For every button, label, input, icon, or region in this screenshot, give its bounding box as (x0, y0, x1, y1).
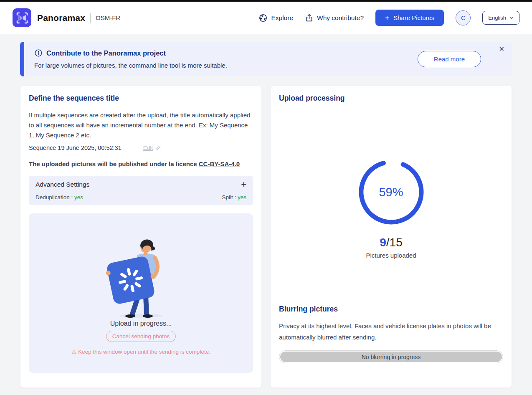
edit-label: Edit (143, 145, 153, 151)
share-pictures-button[interactable]: + Share Pictures (375, 10, 444, 26)
info-icon (34, 49, 43, 57)
viewfinder-city-icon (16, 12, 28, 24)
upload-status-text: Upload in progress... (110, 320, 172, 327)
upload-progress-zone: Upload in progress... Cancel sending pho… (29, 213, 253, 373)
upload-progress-ring: 59% (356, 157, 426, 227)
brand-divider (90, 13, 91, 23)
warning-text: Keep this window open until the sending … (78, 349, 210, 355)
close-icon[interactable]: ✕ (499, 46, 504, 53)
nav-explore-label: Explore (271, 14, 293, 22)
main-content: Define the sequences title If multiple s… (20, 85, 512, 388)
user-avatar[interactable]: C (456, 10, 471, 25)
warning-triangle-icon: ⚠ (71, 349, 76, 355)
split-label: Split : (222, 194, 238, 200)
licence-statement: The uploaded pictures will be published … (29, 160, 253, 167)
deduplication-setting: Deduplication : yes (35, 194, 83, 200)
upload-illustration (95, 233, 187, 319)
language-selector[interactable]: English (482, 11, 519, 25)
blurring-description: Privacy at its highest level. Faces and … (279, 320, 503, 343)
advanced-settings-title: Advanced Settings (35, 181, 89, 188)
deduplication-label: Deduplication : (35, 194, 74, 200)
deduplication-value: yes (74, 194, 83, 200)
sequence-description: If multiple sequences are created after … (29, 110, 253, 140)
upload-share-icon (305, 13, 314, 22)
pictures-count-total: /15 (386, 236, 403, 249)
edit-pencil-icon (155, 145, 161, 151)
licence-text: The uploaded pictures will be published … (29, 160, 199, 167)
share-pictures-label: Share Pictures (393, 14, 434, 21)
contribute-banner: Contribute to the Panoramax project For … (20, 42, 512, 76)
sequence-card-title: Define the sequences title (29, 94, 253, 103)
app-header: Panoramax OSM-FR Explore Why contribute?… (0, 2, 532, 34)
keep-window-open-warning: ⚠Keep this window open until the sending… (71, 347, 210, 356)
globe-icon (258, 13, 268, 23)
pictures-count: 9/15 (279, 236, 503, 249)
chevron-down-icon (509, 15, 514, 20)
upload-processing-card: Upload processing 59% 9/15 Pictures uplo… (270, 85, 512, 388)
nav-explore[interactable]: Explore (258, 13, 293, 23)
avatar-initial: C (461, 14, 466, 21)
edit-sequence-title-link[interactable]: Edit (143, 145, 161, 151)
pictures-uploaded-caption: Pictures uploaded (279, 252, 503, 259)
panoramax-logo-icon[interactable] (13, 8, 31, 27)
cancel-sending-button[interactable]: Cancel sending photos (106, 331, 176, 342)
brand-name: Panoramax (37, 13, 85, 23)
banner-accent-bar (20, 42, 24, 76)
sequence-title-card: Define the sequences title If multiple s… (20, 85, 262, 388)
instance-name: OSM-FR (96, 14, 120, 21)
nav-why-contribute-label: Why contribute? (317, 14, 364, 22)
read-more-button[interactable]: Read more (418, 51, 481, 67)
processing-card-title: Upload processing (279, 94, 503, 103)
nav-why-contribute[interactable]: Why contribute? (305, 13, 364, 22)
split-setting: Split : yes (222, 194, 246, 200)
banner-title: Contribute to the Panoramax project (46, 49, 166, 57)
expand-icon[interactable]: + (241, 181, 246, 188)
sequence-name: Sequence 19 June 2025, 00:52:31 (29, 144, 122, 151)
licence-link[interactable]: CC-BY-SA-4.0 (199, 160, 240, 167)
language-label: English (488, 15, 506, 21)
banner-body: For large volumes of pictures, the comma… (34, 62, 418, 69)
pictures-count-current: 9 (380, 236, 386, 249)
blurring-title: Blurring pictures (279, 305, 503, 314)
progress-percent: 59% (356, 157, 426, 227)
advanced-settings-panel: Advanced Settings + Deduplication : yes … (29, 176, 253, 205)
split-value: yes (238, 194, 246, 200)
blurring-progress-fill: No blurring in progress (280, 352, 502, 362)
blurring-progress-bar: No blurring in progress (279, 350, 503, 363)
plus-icon: + (385, 14, 389, 21)
